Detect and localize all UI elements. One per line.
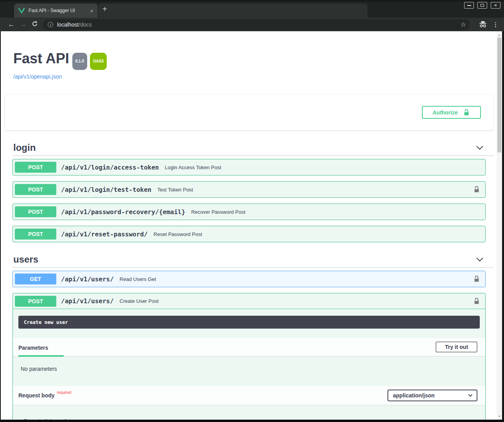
openapi-spec-link[interactable]: /api/v1/openapi.json — [13, 73, 62, 80]
operation-description: Create new user — [18, 316, 480, 329]
endpoint-description: Login Access Token Post — [165, 165, 221, 170]
page-viewport: Fast API 0.1.0 OAS3 /api/v1/openapi.json… — [1, 31, 502, 420]
endpoint-summary[interactable]: POST /api/v1/reset-password/ Reset Passw… — [13, 226, 485, 242]
method-badge: POST — [15, 162, 56, 173]
opblock-password-recovery: POST /api/v1/password-recovery/{email} R… — [13, 204, 486, 220]
site-info-icon[interactable]: i — [48, 22, 53, 27]
window-maximize-button[interactable] — [477, 2, 487, 9]
authorize-label: Authorize — [432, 109, 458, 116]
method-badge: POST — [15, 184, 56, 195]
endpoint-description: Test Token Post — [157, 187, 193, 193]
method-badge: POST — [15, 296, 56, 307]
api-title-text: Fast API — [13, 51, 69, 66]
chevron-down-icon[interactable] — [476, 145, 484, 150]
endpoint-summary[interactable]: POST /api/v1/login/access-token Login Ac… — [13, 159, 485, 175]
endpoint-summary[interactable]: GET /api/v1/users/ Read Users Get — [13, 271, 485, 287]
window-close-button[interactable]: ✕ — [491, 2, 500, 9]
opblock-create-user: POST /api/v1/users/ Create User Post Cre… — [13, 293, 486, 420]
reload-icon[interactable] — [29, 21, 41, 28]
section-title: login — [13, 142, 36, 153]
incognito-icon — [479, 21, 487, 28]
opblock-login-test-token: POST /api/v1/login/test-token Test Token… — [13, 181, 486, 198]
url-bar[interactable]: i localhost/docs ☆ — [43, 19, 470, 30]
auth-lock-icon[interactable] — [473, 297, 481, 305]
new-tab-button[interactable]: + — [102, 5, 107, 13]
try-it-out-button[interactable]: Try it out — [436, 342, 477, 352]
parameters-header: Parameters Try it out — [13, 338, 485, 356]
forward-icon[interactable]: → — [17, 21, 29, 28]
browser-tab[interactable]: Fast API - Swagger UI × — [14, 4, 98, 18]
authorize-button[interactable]: Authorize — [422, 106, 481, 119]
users-section-header[interactable]: users — [13, 254, 493, 268]
swagger-ui: Fast API 0.1.0 OAS3 /api/v1/openapi.json… — [1, 31, 497, 420]
back-icon[interactable]: ← — [5, 21, 17, 28]
method-badge: GET — [15, 274, 56, 284]
maximize-icon — [481, 4, 484, 7]
tag-section-users: users GET /api/v1/users/ Read Users Get — [13, 254, 486, 420]
tab-title: Fast API - Swagger UI — [29, 8, 89, 13]
api-info: Fast API 0.1.0 OAS3 /api/v1/openapi.json — [13, 31, 486, 80]
url-host: localhost — [57, 21, 79, 28]
endpoint-path: /api/v1/reset-password/ — [61, 231, 148, 238]
endpoint-path: /api/v1/login/test-token — [61, 186, 151, 193]
unlock-icon — [463, 109, 470, 116]
browser-titlebar: Fast API - Swagger UI × + ✕ — [0, 0, 504, 18]
close-icon: ✕ — [494, 4, 497, 7]
window-minimize-button[interactable] — [464, 2, 474, 9]
auth-lock-icon[interactable] — [473, 186, 481, 193]
no-parameters-text: No parameters — [13, 356, 485, 377]
minimize-icon — [467, 5, 471, 6]
tag-section-login: login POST /api/v1/login/access-token Lo… — [13, 142, 486, 242]
endpoint-path: /api/v1/users/ — [61, 297, 114, 305]
required-label: required — [57, 390, 72, 395]
oas3-badge: OAS3 — [90, 53, 107, 70]
opblock-body: Create new user Parameters Try it out No… — [13, 316, 485, 420]
endpoint-description: Read Users Get — [120, 276, 156, 282]
opblock-reset-password: POST /api/v1/reset-password/ Reset Passw… — [13, 226, 486, 242]
endpoint-path: /api/v1/password-recovery/{email} — [61, 208, 185, 216]
url-path: /docs — [79, 21, 91, 28]
endpoint-summary[interactable]: POST /api/v1/login/test-token Test Token… — [13, 182, 485, 197]
tab-close-icon[interactable]: × — [89, 8, 95, 14]
endpoint-path: /api/v1/users/ — [61, 275, 114, 283]
chevron-down-icon[interactable] — [476, 257, 484, 262]
browser-toolbar: ← → i localhost/docs ☆ ⋮ — [0, 18, 504, 31]
window-frame-edge — [0, 0, 504, 2]
endpoint-description: Reset Password Post — [154, 231, 202, 237]
login-section-header[interactable]: login — [13, 142, 493, 156]
method-badge: POST — [15, 206, 56, 217]
select-chevron-icon — [468, 394, 473, 397]
request-body-label: Request body — [18, 390, 55, 401]
media-type-value: application/json — [393, 392, 435, 399]
section-title: users — [13, 254, 38, 265]
endpoint-path: /api/v1/login/access-token — [61, 164, 159, 171]
browser-menu-icon[interactable]: ⋮ — [493, 21, 499, 28]
tabstrip-background — [99, 4, 368, 18]
window-bottom-edge — [0, 420, 504, 422]
opblock-login-access-token: POST /api/v1/login/access-token Login Ac… — [13, 159, 486, 175]
auth-lock-icon[interactable] — [473, 275, 481, 283]
scrollbar-up-icon[interactable]: ▲ — [497, 32, 502, 38]
page-title: Fast API 0.1.0 OAS3 — [13, 51, 486, 70]
url-text[interactable]: localhost/docs — [57, 21, 92, 28]
request-body-header: Request body required application/json — [13, 386, 485, 405]
endpoint-summary[interactable]: POST /api/v1/users/ Create User Post — [13, 293, 485, 309]
opblock-read-users: GET /api/v1/users/ Read Users Get — [13, 271, 486, 287]
endpoint-description: Recover Password Post — [191, 209, 246, 215]
version-badge: 0.1.0 — [72, 53, 87, 70]
scheme-container: Authorize — [5, 94, 493, 131]
endpoint-description: Create User Post — [120, 298, 159, 304]
scrollbar-thumb[interactable] — [497, 38, 501, 152]
endpoint-summary[interactable]: POST /api/v1/password-recovery/{email} R… — [13, 204, 485, 220]
bookmark-star-icon[interactable]: ☆ — [461, 21, 466, 28]
parameters-tab: Parameters — [18, 342, 64, 357]
media-type-select[interactable]: application/json — [387, 390, 477, 401]
page-scrollbar[interactable]: ▲ ▼ — [497, 31, 502, 420]
method-badge: POST — [15, 229, 56, 240]
scrollbar-down-icon[interactable]: ▼ — [497, 413, 502, 419]
tab-favicon-icon — [18, 8, 25, 14]
